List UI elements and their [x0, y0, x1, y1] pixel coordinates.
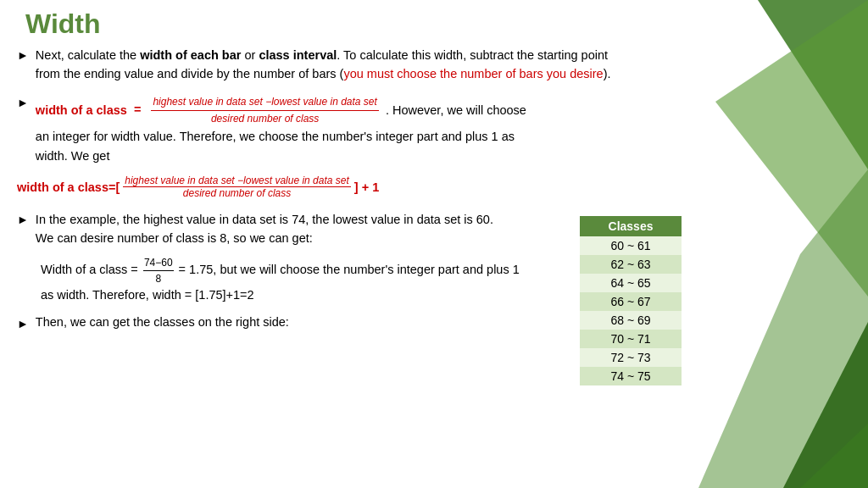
formula2-equals: =[ [108, 180, 120, 194]
formula2-section: width of a class =[ highest value in dat… [17, 175, 851, 199]
formula2-container: width of a class =[ highest value in dat… [17, 175, 379, 199]
table-row: 66 ~ 67 [580, 292, 682, 311]
intro-bold2: class interval [259, 48, 337, 62]
formula2-fraction: highest value in data set −lowest value … [123, 175, 351, 199]
then-text: Then, we can get the classes on the righ… [36, 315, 289, 329]
formula1-equals: = [134, 103, 141, 116]
bullet-arrow-4: ► [17, 317, 29, 330]
page-title: Width [17, 8, 851, 40]
intro-bold1: width of each bar [140, 48, 241, 62]
bullet-arrow-2: ► [17, 96, 29, 109]
formula1-line: width of a class = highest value in data… [36, 94, 536, 167]
formula2-suffix: ] + 1 [354, 180, 379, 194]
table-row: 70 ~ 71 [580, 330, 682, 348]
width-calc-denominator: 8 [154, 271, 162, 286]
intro-middle: or [241, 48, 259, 62]
width-calc-block: Width of a class = 74−60 8 = 1.75, but w… [41, 255, 532, 305]
formula2-numerator: highest value in data set −lowest value … [123, 175, 351, 187]
table-row: 68 ~ 69 [580, 311, 682, 330]
classes-table: Classes 60 ~ 6162 ~ 6364 ~ 6566 ~ 6768 ~… [580, 216, 682, 385]
intro-red: you must choose the number of bars you d… [343, 67, 603, 80]
table-row: 64 ~ 65 [580, 274, 682, 292]
example-text: In the example, the highest value in dat… [36, 211, 515, 248]
table-row: 62 ~ 63 [580, 255, 682, 274]
formula1-block: ► width of a class = highest value in da… [17, 94, 851, 167]
table-row: 72 ~ 73 [580, 348, 682, 367]
width-calc-numerator: 74−60 [143, 255, 174, 271]
bullet-arrow-1: ► [17, 48, 29, 62]
formula1-numerator: highest value in data set −lowest value … [151, 94, 379, 111]
bullet-arrow-3: ► [17, 213, 29, 226]
intro-end: ). [604, 67, 611, 80]
width-calc-fraction: 74−60 8 [143, 255, 174, 286]
svg-marker-3 [783, 322, 868, 488]
formula1-denominator: desired number of class [209, 111, 320, 127]
intro-text: Next, calculate the width of each bar or… [36, 47, 612, 84]
intro-before-bold: Next, calculate the [36, 48, 140, 62]
classes-header: Classes [580, 216, 682, 236]
table-row: 74 ~ 75 [580, 367, 682, 385]
then-block: ► Then, we can get the classes on the ri… [17, 315, 851, 330]
formula2-label: width of a class [17, 180, 108, 194]
svg-marker-4 [800, 424, 868, 488]
formula1-fraction: highest value in data set −lowest value … [151, 94, 379, 127]
table-row: 60 ~ 61 [580, 236, 682, 255]
width-calc-label: Width of a class = [41, 263, 142, 276]
example-block: ► In the example, the highest value in d… [17, 211, 851, 248]
formula2-denominator: desired number of class [181, 187, 292, 199]
intro-block: ► Next, calculate the width of each bar … [17, 47, 851, 84]
formula1-label: width of a class [36, 103, 127, 116]
